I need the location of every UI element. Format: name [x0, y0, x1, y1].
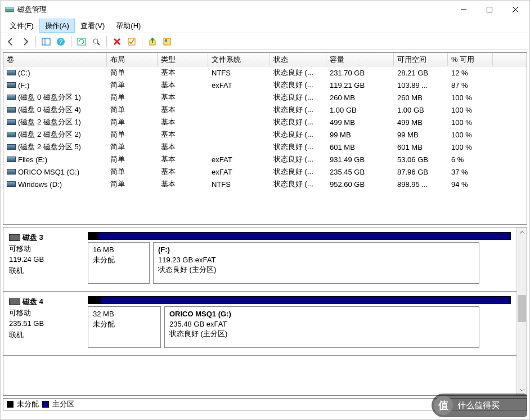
window-title: 磁盘管理 — [17, 5, 451, 15]
col-layout[interactable]: 布局 — [107, 53, 158, 66]
cell-pct: 100 % — [448, 131, 493, 139]
cell-status: 状态良好 (... — [270, 179, 326, 189]
maximize-button[interactable] — [477, 1, 502, 18]
forward-button[interactable] — [19, 35, 32, 48]
volume-row[interactable]: (F:)简单基本exFAT状态良好 (...119.21 GB103.89 ..… — [3, 79, 527, 91]
close-button[interactable] — [502, 1, 528, 18]
cell-type: 基本 — [158, 105, 208, 115]
vertical-scrollbar[interactable] — [516, 227, 527, 395]
export-button[interactable] — [146, 35, 159, 48]
cell-status: 状态良好 (... — [270, 154, 326, 164]
properties-button[interactable] — [160, 35, 174, 48]
cell-type: 基本 — [158, 142, 208, 152]
cell-fs: exFAT — [208, 168, 270, 176]
scroll-up-button[interactable] — [517, 227, 527, 238]
col-pctfree[interactable]: % 可用 — [448, 53, 493, 66]
cell-type: 基本 — [158, 179, 208, 189]
cell-pct: 6 % — [448, 155, 493, 164]
legend-label-unalloc: 未分配 — [17, 399, 39, 409]
cell-capacity: 99 MB — [326, 131, 394, 139]
scroll-thumb[interactable] — [518, 295, 526, 322]
partition-box[interactable]: ORICO MSQ1 (G:)235.48 GB exFAT状态良好 (主分区) — [164, 306, 479, 348]
cell-type: 基本 — [158, 92, 208, 102]
legend-label-primary: 主分区 — [52, 399, 74, 409]
app-icon — [5, 5, 14, 14]
toolbar-sep — [106, 36, 107, 47]
cell-type: 基本 — [158, 154, 208, 164]
menu-view[interactable]: 查看(V) — [75, 19, 110, 33]
volume-row[interactable]: Windows (D:)简单基本NTFS状态良好 (...952.60 GB89… — [3, 178, 527, 190]
cell-type: 基本 — [158, 117, 208, 127]
cell-status: 状态良好 (... — [270, 105, 326, 115]
svg-rect-6 — [42, 38, 50, 45]
volume-icon — [7, 82, 16, 88]
volume-row[interactable]: ORICO MSQ1 (G:)简单基本exFAT状态良好 (...235.45 … — [3, 166, 527, 178]
volume-icon — [7, 181, 16, 187]
cell-volume: Windows (D:) — [3, 180, 107, 189]
volume-icon — [7, 144, 16, 150]
cell-capacity: 260 MB — [326, 93, 394, 102]
disk-row[interactable]: 磁盘 3可移动119.24 GB联机16 MB未分配(F:)119.23 GB … — [3, 227, 516, 292]
cell-layout: 简单 — [107, 68, 158, 78]
volume-row[interactable]: (C:)简单基本NTFS状态良好 (...231.70 GB28.21 GB12… — [3, 66, 527, 79]
col-type[interactable]: 类型 — [158, 53, 208, 66]
cell-status: 状态良好 (... — [270, 117, 326, 127]
delete-button[interactable] — [110, 35, 124, 48]
toolbar-sep — [71, 36, 71, 47]
rescan-button[interactable] — [89, 35, 103, 48]
minimize-button[interactable] — [451, 1, 477, 18]
col-volume[interactable]: 卷 — [3, 53, 107, 66]
partition-status: 未分配 — [93, 255, 145, 265]
volume-icon — [7, 70, 16, 75]
checklist-button[interactable] — [125, 35, 138, 48]
volume-row[interactable]: (磁盘 2 磁盘分区 5)简单基本状态良好 (...601 MB601 MB10… — [3, 141, 527, 153]
disk-size: 235.51 GB — [9, 318, 78, 329]
watermark-text: 什么值得买 — [457, 400, 500, 411]
cell-status: 状态良好 (... — [270, 142, 326, 152]
disk-list[interactable]: 磁盘 3可移动119.24 GB联机16 MB未分配(F:)119.23 GB … — [3, 227, 516, 395]
volume-icon — [7, 95, 16, 100]
volume-row[interactable]: (磁盘 0 磁盘分区 4)简单基本状态良好 (...1.00 GB1.00 GB… — [3, 104, 527, 116]
cell-volume: (磁盘 2 磁盘分区 5) — [3, 142, 107, 152]
svg-line-12 — [97, 43, 100, 45]
refresh-button[interactable] — [75, 35, 88, 48]
cell-volume: (磁盘 0 磁盘分区 4) — [3, 105, 107, 115]
svg-text:?: ? — [59, 38, 62, 45]
partition-size: 235.48 GB exFAT — [169, 319, 474, 329]
show-hide-tree-button[interactable] — [39, 35, 53, 48]
watermark: 值 什么值得买 — [432, 394, 527, 417]
col-free[interactable]: 可用空间 — [394, 53, 448, 66]
partition-status: 状态良好 (主分区) — [169, 329, 474, 339]
volume-row[interactable]: (磁盘 0 磁盘分区 1)简单基本状态良好 (...260 MB260 MB10… — [3, 91, 527, 104]
volume-list-pane: 卷 布局 类型 文件系统 状态 容量 可用空间 % 可用 (C:)简单基本NTF… — [3, 52, 527, 225]
col-filesystem[interactable]: 文件系统 — [208, 53, 270, 66]
volume-row[interactable]: Files (E:)简单基本exFAT状态良好 (...931.49 GB53.… — [3, 153, 527, 166]
cell-capacity: 952.60 GB — [326, 180, 394, 189]
disk-info: 磁盘 4可移动235.51 GB联机 — [3, 292, 83, 355]
volume-table-body[interactable]: (C:)简单基本NTFS状态良好 (...231.70 GB28.21 GB12… — [3, 66, 527, 224]
cell-type: 基本 — [158, 167, 208, 177]
menu-action[interactable]: 操作(A) — [39, 19, 75, 33]
cell-volume: Files (E:) — [3, 155, 107, 164]
cell-type: 基本 — [158, 80, 208, 90]
partition-box[interactable]: (F:)119.23 GB exFAT状态良好 (主分区) — [153, 242, 479, 284]
menu-help[interactable]: 帮助(H) — [110, 19, 146, 33]
disk-row[interactable]: 磁盘 4可移动235.51 GB联机32 MB未分配ORICO MSQ1 (G:… — [3, 292, 516, 356]
cell-capacity: 235.45 GB — [326, 168, 394, 176]
partition-box[interactable]: 32 MB未分配 — [88, 306, 161, 348]
cell-fs: exFAT — [208, 81, 270, 90]
back-button[interactable] — [4, 35, 17, 48]
strip-segment — [98, 233, 510, 239]
volume-table-header: 卷 布局 类型 文件系统 状态 容量 可用空间 % 可用 — [3, 53, 527, 66]
partition-title: ORICO MSQ1 (G:) — [169, 309, 474, 319]
toolbar-sep — [35, 36, 36, 47]
volume-row[interactable]: (磁盘 2 磁盘分区 2)简单基本状态良好 (...99 MB99 MB100 … — [3, 128, 527, 141]
col-status[interactable]: 状态 — [270, 53, 326, 66]
help-button[interactable]: ? — [54, 35, 68, 48]
cell-volume: (磁盘 0 磁盘分区 1) — [3, 92, 107, 102]
disk-kind: 可移动 — [9, 307, 78, 319]
partition-box[interactable]: 16 MB未分配 — [88, 242, 150, 284]
col-capacity[interactable]: 容量 — [326, 53, 394, 66]
menu-file[interactable]: 文件(F) — [4, 19, 39, 33]
volume-row[interactable]: (磁盘 2 磁盘分区 1)简单基本状态良好 (...499 MB499 MB10… — [3, 116, 527, 128]
